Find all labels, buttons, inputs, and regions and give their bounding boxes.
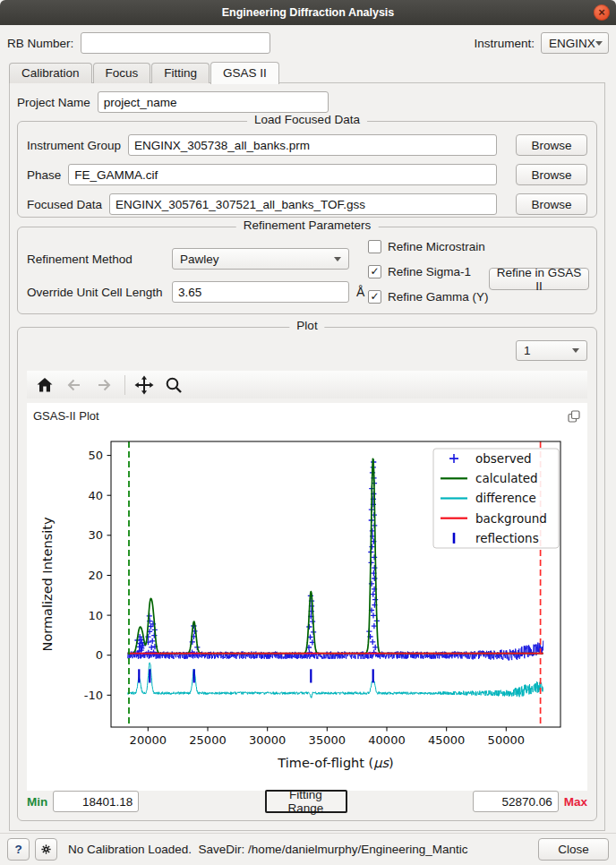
rb-number-label: RB Number:: [7, 37, 73, 50]
refine-in-gsas-button[interactable]: Refine in GSAS II: [489, 268, 589, 290]
project-name-row: Project Name: [17, 91, 329, 113]
refinement-method-dropdown[interactable]: Pawley: [172, 248, 349, 270]
gsas-tab-pane: Project Name Load Focused Data Instrumen…: [9, 82, 605, 831]
tab-gsas-ii[interactable]: GSAS II: [210, 62, 279, 84]
project-name-label: Project Name: [17, 96, 90, 109]
header-row: RB Number: Instrument: ENGINX: [7, 32, 609, 54]
undock-icon[interactable]: [568, 410, 580, 425]
status-text: No Calibration Loaded. SaveDir: /home/da…: [68, 843, 468, 856]
refine-microstrain-checkbox[interactable]: [368, 240, 381, 253]
svg-text:20000: 20000: [130, 733, 167, 747]
angstrom-unit-label: Å: [356, 285, 364, 299]
instrument-dropdown[interactable]: ENGINX: [541, 32, 609, 54]
window-close-icon[interactable]: ×: [594, 4, 610, 21]
pan-icon[interactable]: [133, 374, 155, 396]
plot-group: Plot 1: [17, 327, 597, 821]
fitting-range-row: Min Fitting Range Max: [27, 790, 587, 813]
unit-cell-input[interactable]: [172, 281, 349, 303]
focused-data-label: Focused Data: [27, 198, 102, 211]
min-input[interactable]: [53, 791, 139, 812]
plot-widget-title: GSAS-II Plot: [33, 409, 99, 423]
svg-text:50000: 50000: [488, 733, 525, 747]
svg-text:observed: observed: [475, 451, 532, 466]
focused-data-browse-button[interactable]: Browse: [516, 193, 587, 215]
zoom-icon[interactable]: [163, 374, 184, 396]
svg-text:background: background: [475, 511, 547, 526]
focused-data-row: Focused Data Browse: [18, 193, 596, 215]
plot-page-value: 1: [524, 344, 531, 357]
plot-page-dropdown[interactable]: 1: [516, 340, 587, 361]
max-input[interactable]: [473, 791, 559, 812]
rb-number-input[interactable]: [81, 32, 270, 54]
fitting-range-button[interactable]: Fitting Range: [265, 790, 347, 813]
tab-bar: Calibration Focus Fitting GSAS II: [9, 61, 280, 83]
phase-browse-button[interactable]: Browse: [516, 164, 587, 185]
svg-text:35000: 35000: [309, 733, 346, 747]
unit-cell-row: Override Unit Cell Length Å: [27, 281, 364, 303]
load-focused-data-group: Load Focused Data Instrument Group Brows…: [17, 121, 597, 218]
tab-focus[interactable]: Focus: [93, 63, 151, 83]
instrument-group-browse-button[interactable]: Browse: [516, 134, 587, 156]
gear-icon: [41, 842, 51, 857]
toolbar-separator: [124, 375, 125, 395]
refinement-method-row: Refinement Method Pawley: [27, 248, 349, 270]
svg-text:-10: -10: [84, 689, 103, 702]
svg-text:40000: 40000: [368, 733, 405, 747]
refinement-parameters-title: Refinement Parameters: [236, 218, 379, 232]
instrument-group-input[interactable]: [128, 134, 497, 156]
phase-row: Phase Browse: [18, 164, 596, 185]
svg-text:Normalized Intensity: Normalized Intensity: [40, 517, 55, 651]
svg-text:25000: 25000: [189, 733, 226, 747]
refine-gamma-checkbox-row[interactable]: ✓ Refine Gamma (Y): [368, 287, 489, 306]
tab-fitting[interactable]: Fitting: [151, 63, 210, 83]
refine-sigma1-label: Refine Sigma-1: [388, 265, 471, 278]
svg-text:45000: 45000: [428, 733, 465, 747]
refine-sigma1-checkbox-row[interactable]: ✓ Refine Sigma-1: [368, 261, 489, 281]
refine-gamma-checkbox[interactable]: ✓: [368, 290, 381, 304]
unit-cell-label: Override Unit Cell Length: [27, 286, 172, 299]
refine-options-column: Refine Microstrain ✓ Refine Sigma-1 ✓ Re…: [368, 236, 489, 312]
title-bar: Engineering Diffraction Analysis ×: [0, 0, 616, 25]
focused-data-input[interactable]: [109, 193, 497, 215]
refine-gamma-label: Refine Gamma (Y): [388, 290, 489, 304]
status-bar: ? No Calibration Loaded. SaveDir: /home/…: [0, 833, 616, 865]
svg-text:20: 20: [88, 569, 103, 582]
engineering-diffraction-window: Engineering Diffraction Analysis × RB Nu…: [0, 0, 616, 865]
phase-input[interactable]: [68, 164, 497, 185]
phase-label: Phase: [27, 168, 61, 182]
instrument-group-row: Instrument Group Browse: [18, 134, 596, 156]
diffraction-plot-canvas[interactable]: 20000250003000035000400004500050000-1001…: [27, 428, 591, 789]
refine-sigma1-checkbox[interactable]: ✓: [368, 265, 381, 278]
svg-text:50: 50: [88, 449, 103, 462]
back-icon[interactable]: [64, 374, 85, 396]
svg-text:difference: difference: [475, 491, 536, 505]
refinement-parameters-group: Refinement Parameters Refinement Method …: [17, 227, 597, 314]
svg-text:10: 10: [88, 609, 103, 622]
svg-text:30: 30: [88, 528, 103, 542]
load-focused-data-title: Load Focused Data: [247, 113, 367, 126]
instrument-label: Instrument:: [474, 37, 535, 50]
plot-group-title: Plot: [289, 319, 324, 332]
help-button[interactable]: ?: [7, 838, 30, 861]
max-label: Max: [564, 795, 587, 809]
svg-text:30000: 30000: [249, 733, 286, 747]
refinement-method-value: Pawley: [180, 253, 219, 266]
instrument-group-label: Instrument Group: [27, 139, 121, 152]
chevron-down-icon: [572, 348, 579, 353]
svg-text:calculated: calculated: [475, 471, 538, 485]
matplotlib-toolbar: [27, 371, 587, 398]
home-icon[interactable]: [34, 374, 56, 396]
close-button[interactable]: Close: [538, 838, 609, 861]
project-name-input[interactable]: [98, 91, 329, 113]
refine-microstrain-label: Refine Microstrain: [388, 240, 485, 253]
tab-calibration[interactable]: Calibration: [9, 63, 92, 83]
chevron-down-icon: [334, 257, 341, 261]
window-title: Engineering Diffraction Analysis: [222, 6, 395, 19]
settings-button[interactable]: [35, 838, 57, 861]
gsas-plot-widget: GSAS-II Plot 200002500030000350004000045…: [27, 403, 587, 791]
svg-text:Time-of-flight (μs): Time-of-flight (μs): [277, 756, 393, 771]
svg-text:40: 40: [88, 489, 103, 502]
chevron-down-icon: [595, 41, 603, 46]
refine-microstrain-checkbox-row[interactable]: Refine Microstrain: [368, 236, 489, 256]
forward-icon[interactable]: [93, 374, 115, 396]
